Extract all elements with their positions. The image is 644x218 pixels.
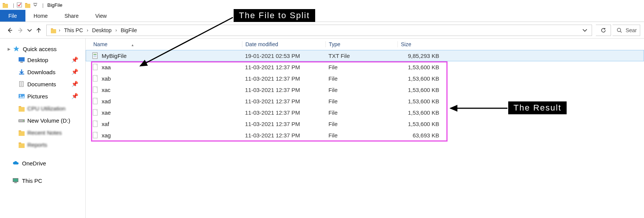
nav-folder-blur-2[interactable]: Recent Notes xyxy=(0,126,85,139)
chevron-right-icon[interactable]: › xyxy=(113,28,119,33)
nav-pictures[interactable]: Pictures 📌 xyxy=(0,90,85,102)
file-row[interactable]: xab11-03-2021 12:37 PMFile1,53,600 KB xyxy=(86,73,644,84)
nav-documents[interactable]: Documents 📌 xyxy=(0,78,85,90)
file-name: xac xyxy=(102,87,110,93)
svg-rect-30 xyxy=(14,182,17,183)
file-type: File xyxy=(325,132,397,139)
file-name: xag xyxy=(102,132,111,139)
nav-folder-blur-3[interactable]: Reports xyxy=(0,139,85,151)
file-size: 1,53,600 KB xyxy=(397,64,443,70)
chevron-right-icon[interactable]: › xyxy=(85,28,91,33)
pin-icon: 📌 xyxy=(71,81,79,87)
desktop-icon xyxy=(18,56,25,63)
file-row[interactable]: xag11-03-2021 12:37 PMFile63,693 KB xyxy=(86,129,644,141)
svg-rect-32 xyxy=(94,54,97,55)
file-date: 19-01-2021 02:53 PM xyxy=(242,53,325,59)
text-file-icon xyxy=(92,52,99,59)
svg-line-11 xyxy=(620,31,622,33)
refresh-button[interactable] xyxy=(596,25,611,36)
chevron-right-icon[interactable]: › xyxy=(57,28,63,33)
nav-label: Desktop xyxy=(27,57,48,63)
address-dropdown-icon[interactable] xyxy=(580,26,589,35)
file-icon xyxy=(92,120,99,127)
tab-file[interactable]: File xyxy=(0,10,25,22)
nav-label: Documents xyxy=(27,81,56,87)
file-row[interactable]: xaf11-03-2021 12:37 PMFile1,53,600 KB xyxy=(86,118,644,129)
recent-locations-dropdown[interactable] xyxy=(27,26,33,35)
nav-onedrive[interactable]: OneDrive xyxy=(0,158,85,168)
nav-new-volume[interactable]: New Volume (D:) xyxy=(0,114,85,126)
chevron-right-icon[interactable]: ▶ xyxy=(8,47,11,51)
tab-view[interactable]: View xyxy=(87,10,115,22)
svg-rect-22 xyxy=(19,107,25,112)
column-size[interactable]: Size xyxy=(397,41,443,47)
file-row[interactable]: xaa11-03-2021 12:37 PMFile1,53,600 KB xyxy=(86,61,644,73)
sort-ascending-icon: ▴ xyxy=(132,43,134,47)
file-row[interactable]: MyBigFile19-01-2021 02:53 PMTXT File9,85… xyxy=(86,50,644,61)
file-icon xyxy=(92,64,99,70)
nav-label: New Volume (D:) xyxy=(27,117,70,124)
title-separator: | xyxy=(42,2,43,8)
nav-label: Pictures xyxy=(27,93,48,100)
title-bar: | | BigFile xyxy=(0,0,644,10)
file-icon xyxy=(92,109,99,116)
file-size: 1,53,600 KB xyxy=(397,98,443,104)
file-size: 1,53,600 KB xyxy=(397,121,443,127)
svg-rect-4 xyxy=(25,4,30,8)
file-type: File xyxy=(325,121,397,127)
file-row[interactable]: xac11-03-2021 12:37 PMFile1,53,600 KB xyxy=(86,84,644,95)
nav-downloads[interactable]: Downloads 📌 xyxy=(0,66,85,78)
nav-this-pc[interactable]: This PC xyxy=(0,176,85,185)
download-icon xyxy=(18,69,25,75)
svg-rect-26 xyxy=(19,131,25,136)
svg-rect-1 xyxy=(3,4,8,8)
folder-icon xyxy=(25,2,31,8)
folder-icon xyxy=(18,105,25,112)
file-name: MyBigFile xyxy=(102,53,127,59)
file-type: File xyxy=(325,109,397,116)
nav-tree[interactable]: ▶ Quick access Desktop 📌 Downloads 📌 Do xyxy=(0,39,86,218)
forward-button[interactable] xyxy=(16,26,25,35)
folder-icon xyxy=(18,141,25,148)
computer-icon xyxy=(12,177,19,184)
file-size: 63,693 KB xyxy=(397,132,443,139)
nav-folder-blur-1[interactable]: CPU Utilization xyxy=(0,102,85,114)
svg-point-24 xyxy=(23,120,24,121)
file-name: xae xyxy=(102,109,111,116)
nav-desktop[interactable]: Desktop 📌 xyxy=(0,54,85,66)
tab-home[interactable]: Home xyxy=(25,10,56,22)
pin-icon: 📌 xyxy=(71,56,79,63)
file-list[interactable]: Name ▴ Date modified Type Size MyBigFile… xyxy=(86,39,644,218)
file-type: File xyxy=(325,75,397,82)
file-size: 1,53,600 KB xyxy=(397,109,443,116)
annotation-result: The Result xyxy=(508,101,567,114)
column-type[interactable]: Type xyxy=(325,41,397,47)
file-date: 11-03-2021 12:37 PM xyxy=(242,109,325,116)
search-box[interactable]: Sear xyxy=(613,25,640,36)
breadcrumb-bigfile[interactable]: BigFile xyxy=(119,25,138,36)
breadcrumb-this-pc[interactable]: This PC xyxy=(63,25,85,36)
up-button[interactable] xyxy=(34,26,43,35)
title-separator: | xyxy=(13,2,14,8)
nav-quick-access[interactable]: ▶ Quick access xyxy=(0,44,85,54)
column-date[interactable]: Date modified xyxy=(242,41,325,47)
file-date: 11-03-2021 12:37 PM xyxy=(242,87,325,93)
tab-share[interactable]: Share xyxy=(56,10,87,22)
documents-icon xyxy=(18,81,25,87)
folder-icon xyxy=(49,25,57,36)
file-type: File xyxy=(325,98,397,104)
ribbon: File Home Share View xyxy=(0,10,644,22)
checkbox-icon[interactable] xyxy=(16,2,22,8)
nav-label: Reports xyxy=(27,142,47,148)
file-size: 1,53,600 KB xyxy=(397,75,443,82)
qab-dropdown-icon[interactable] xyxy=(33,2,38,8)
pictures-icon xyxy=(18,93,25,100)
breadcrumb-desktop[interactable]: Desktop xyxy=(91,25,113,36)
file-name: xaa xyxy=(102,64,111,70)
pin-icon: 📌 xyxy=(71,93,79,100)
column-headers[interactable]: Name ▴ Date modified Type Size xyxy=(86,39,644,50)
address-bar[interactable]: › This PC › Desktop › BigFile xyxy=(46,25,592,36)
back-button[interactable] xyxy=(5,26,14,35)
annotation-source: The File to Split xyxy=(234,9,315,22)
column-name[interactable]: Name ▴ xyxy=(92,41,242,47)
